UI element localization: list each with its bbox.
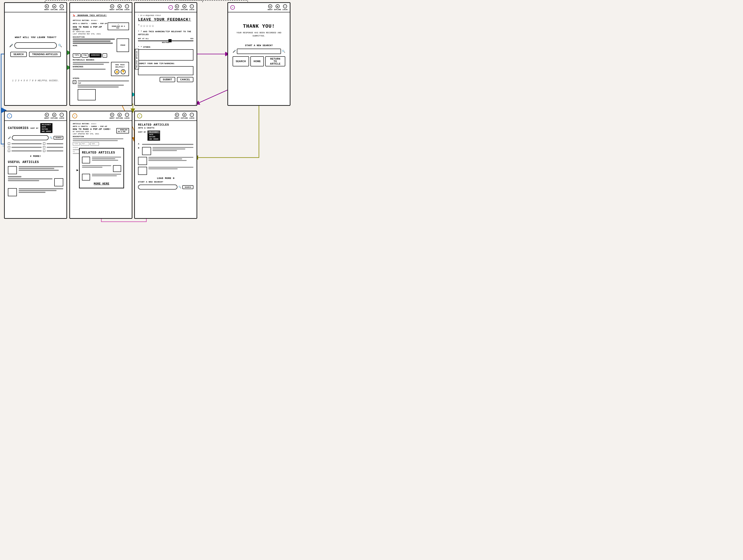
nav-explore[interactable]: ◉ EXPLORE	[116, 4, 123, 11]
cat-checkbox-2[interactable]	[43, 142, 45, 145]
nav-about[interactable]: ⊕ ABOUT	[174, 4, 179, 11]
stars[interactable]: ★★★★☆	[91, 19, 98, 21]
sort-opt-2[interactable]: DATE	[148, 134, 160, 136]
sort-by-label: SORT BY	[30, 127, 39, 129]
related-card-a[interactable]: A	[138, 143, 193, 145]
mic-icon[interactable]: 🎤	[232, 50, 236, 53]
nav-about[interactable]: ⊕ ABOUT	[110, 113, 115, 119]
home-circle-icon[interactable]: ⌂	[137, 113, 142, 119]
warnings-icon-tab[interactable]: ⚠	[102, 53, 107, 58]
desc-line-2	[73, 41, 111, 42]
bookmark-label[interactable]: BOOKMARK THIS ARTICLE!	[78, 14, 107, 17]
trending-articles-button[interactable]: TRENDING ARTICLES	[29, 52, 61, 57]
tab-warnings[interactable]: WARNINGS	[89, 53, 101, 58]
more-text[interactable]: MORE!	[33, 155, 41, 157]
nav-login[interactable]: ☺ LOGIN	[124, 113, 129, 119]
cat-checkbox-6[interactable]	[43, 150, 45, 152]
nav-login[interactable]: ☺ LOGIN	[282, 4, 288, 11]
home-circle-icon[interactable]: ⌂	[7, 113, 12, 119]
nav-login[interactable]: ☺ LOGIN	[189, 4, 194, 11]
nav-explore[interactable]: ◉ EXPLORE	[274, 4, 281, 11]
nav-explore[interactable]: ◉ EXPLORE	[116, 113, 123, 119]
ua-line-8	[19, 192, 45, 193]
nav-explore[interactable]: ◉ EXPLORE	[51, 113, 58, 119]
thankyou-msg: YOUR RESPONSE HAS BEEN RECORDED AND SUBM…	[232, 32, 285, 38]
search-btn-bottom[interactable]: SEARCH	[182, 185, 193, 189]
sort-date[interactable]: DATE	[41, 126, 52, 128]
home-circle-icon[interactable]: ⌂	[230, 5, 235, 10]
s6-download[interactable]: ⬇ DOWNLOADAS A PDF.	[117, 128, 129, 134]
rating-label: ARTICLE RATING:	[73, 19, 90, 21]
search-btn-cat[interactable]: SEARCH	[54, 136, 63, 140]
search-magnifier-icon[interactable]: 🔍	[58, 44, 62, 47]
home-circle-icon[interactable]: ⌂	[168, 5, 173, 10]
related-item-3[interactable]	[82, 174, 121, 181]
sort-opt-1[interactable]: RELEVANCY	[148, 131, 160, 134]
more-here-label[interactable]: MORE HERE	[82, 182, 121, 185]
related-articles-sidetab[interactable]: RELATED ARTICLES	[135, 49, 139, 69]
nav-explore-label: EXPLORE	[116, 9, 123, 11]
home-btn[interactable]: HOME	[250, 56, 264, 66]
compass-icon: ◉	[182, 113, 186, 117]
nav-login[interactable]: ☺ LOGIN	[189, 113, 194, 119]
thumbs-up-icon[interactable]: 👍	[115, 69, 119, 74]
download-btn[interactable]: ⬇ DOWNLOAD AS A PDF.	[107, 22, 129, 30]
search-input-bottom[interactable]	[138, 185, 177, 189]
tab-tips[interactable]: TIPS	[73, 53, 81, 58]
cat-search-input[interactable]	[12, 135, 49, 140]
sort-rating[interactable]: RATING	[41, 128, 52, 130]
magnifier-bottom[interactable]: 🔍	[178, 186, 181, 189]
nav-about[interactable]: ⊕ ABOUT	[44, 113, 49, 119]
search-input[interactable]	[14, 42, 57, 49]
nav-explore[interactable]: ◉ EXPLORE	[181, 4, 188, 11]
nav-login[interactable]: ☺ LOGIN	[59, 4, 64, 11]
thumbs-down-icon[interactable]: 👎	[121, 69, 126, 74]
cat-checkbox-3[interactable]	[8, 146, 10, 148]
star-1[interactable]: ☆	[140, 23, 142, 28]
nav-about[interactable]: ⊕ ABOUT	[110, 4, 115, 11]
nav-login[interactable]: ☺ LOGIN	[124, 4, 129, 11]
person-icon: ☺	[125, 113, 129, 117]
star-2[interactable]: ☆	[143, 23, 145, 28]
home-circle-icon[interactable]: ⌂	[72, 113, 77, 119]
cat-checkbox-1[interactable]	[8, 142, 10, 145]
cat-checkbox-4[interactable]	[43, 146, 45, 148]
cat-checkbox-5[interactable]	[8, 150, 10, 152]
nav-about[interactable]: ⊕ ABOUT	[267, 4, 273, 11]
sort-opt-3[interactable]: RATING	[148, 136, 160, 138]
other-textarea[interactable]	[138, 49, 193, 60]
rel-image-2	[113, 165, 121, 172]
cancel-button[interactable]: CANCEL	[177, 77, 193, 82]
magnifier-icon[interactable]: 🔍	[282, 50, 285, 53]
ua-line-6	[19, 188, 63, 189]
sort-abc[interactable]: ABC ORDER	[41, 130, 52, 133]
image-label: IMAGE	[120, 44, 125, 46]
sort-relevancy[interactable]: RELEVANCY	[41, 124, 52, 126]
submit-textarea[interactable]	[138, 66, 193, 75]
load-more-btn[interactable]: LOAD MORE ⊕	[138, 177, 193, 180]
search-btn[interactable]: SEARCH	[232, 56, 249, 66]
nav-about[interactable]: ⊕ ABOUT	[174, 113, 179, 119]
mic-icon2[interactable]: 🎤	[8, 136, 11, 139]
new-search-input[interactable]	[237, 49, 281, 54]
related-item-2[interactable]	[82, 165, 121, 172]
star-4[interactable]: ☆	[149, 23, 151, 28]
submit-button[interactable]: SUBMIT	[160, 77, 175, 82]
return-btn[interactable]: RETURN TO ARTICLE	[265, 56, 285, 66]
nav-login[interactable]: ☺ LOGIN	[59, 113, 64, 119]
slider-thumb[interactable]	[168, 39, 172, 42]
star-5[interactable]: ☆	[152, 23, 154, 28]
mic-icon[interactable]: 🎤	[9, 44, 13, 47]
nav-explore[interactable]: ◉ EXPLORE	[51, 4, 58, 11]
related-item-1[interactable]	[82, 157, 121, 164]
nav-about[interactable]: ⊕ ABOUT	[44, 4, 49, 11]
star-3[interactable]: ☆	[146, 23, 148, 28]
nav-explore[interactable]: ◉ EXPLORE	[181, 113, 188, 119]
search-button[interactable]: SEARCH	[10, 52, 27, 57]
tab-faq[interactable]: FAQ	[82, 53, 88, 58]
star-rating-row: * ☆ ☆ ☆ ☆ ☆	[138, 23, 193, 28]
ra-lines-2	[148, 157, 193, 165]
sort-opt-4[interactable]: ABC ORDER	[148, 138, 160, 140]
steps-label: STEPS	[73, 78, 129, 80]
magnifier-icon2[interactable]: 🔍	[49, 136, 53, 139]
